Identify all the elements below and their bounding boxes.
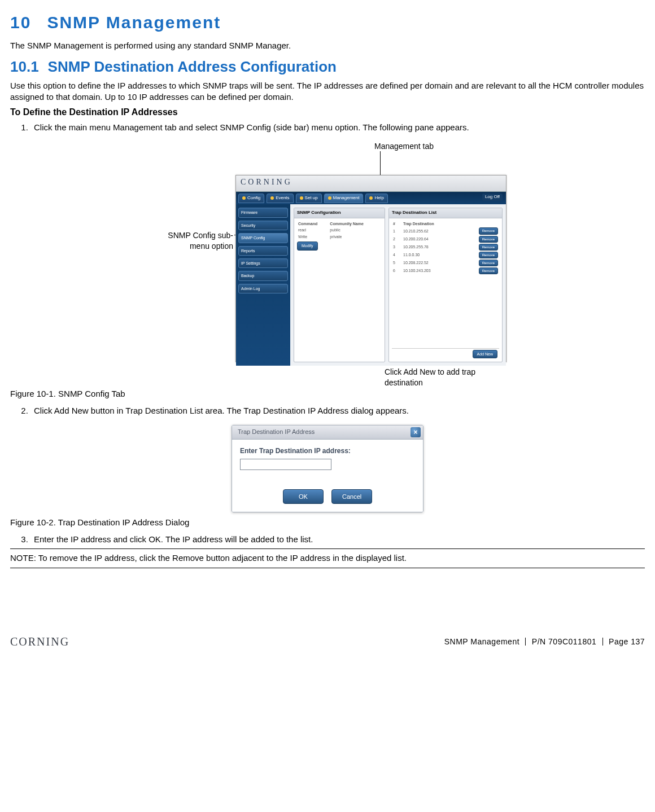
sidebar-item-reports[interactable]: Reports [238, 246, 288, 256]
sidebar-item-snmp-config[interactable]: SNMP Config [238, 233, 288, 243]
tab-help[interactable]: Help [365, 194, 387, 203]
ok-button[interactable]: OK [283, 489, 324, 504]
footer-section: SNMP Management [444, 637, 519, 646]
table-row: 110.210.255.62Remove [392, 227, 499, 235]
cell: 6 [392, 267, 402, 275]
note-text: NOTE: To remove the IP address, click th… [10, 551, 645, 565]
tab-management[interactable]: Management [324, 194, 364, 203]
sidebar-item-ip-settings[interactable]: IP Settings [238, 258, 288, 268]
modify-button[interactable]: Modify [297, 242, 318, 250]
remove-button[interactable]: Remove [479, 267, 498, 274]
callout-text: Click Add New to add trap destination [385, 367, 475, 387]
tab-label: Set up [305, 195, 318, 201]
dialog-label: Enter Trap Destination IP address: [240, 446, 415, 455]
cell: 4 [392, 251, 402, 259]
trap-destination-panel: Trap Destination List #Trap Destination … [388, 208, 503, 362]
figure-1-caption: Figure 10-1. SNMP Config Tab [10, 388, 645, 400]
procedure-title: To Define the Destination IP Addresses [10, 106, 645, 118]
remove-button[interactable]: Remove [479, 236, 498, 243]
tab-icon [300, 196, 303, 200]
sidebar-item-firmware[interactable]: Firmware [238, 208, 288, 217]
add-new-button[interactable]: Add New [473, 350, 497, 358]
tab-bar: Config Events Set up Management Help Log… [236, 192, 506, 204]
table-row: 510.208.222.52Remove [392, 259, 499, 267]
section-heading: 10.1SNMP Destination Address Configurati… [10, 57, 645, 77]
app-window: CORNING Config Events Set up Management … [235, 175, 506, 362]
tab-label: Events [276, 195, 289, 201]
intro-text: The SNMP Management is performed using a… [10, 40, 645, 51]
cell: Write [297, 234, 329, 240]
footer-logo: CORNING [10, 634, 69, 648]
callout-text: SNMP Config sub-menu option [168, 231, 233, 251]
col-num: # [392, 221, 402, 227]
footer-pn: P/N 709C011801 [532, 637, 596, 646]
sidebar-item-admin-log[interactable]: Admin Log [238, 284, 288, 293]
col-dest: Trap Destination [402, 221, 461, 227]
section-number: 10.1 [10, 58, 39, 75]
trap-destination-dialog: Trap Destination IP Address × Enter Trap… [232, 425, 423, 512]
section-title: SNMP Destination Address Configuration [48, 58, 337, 75]
cancel-button[interactable]: Cancel [331, 489, 372, 504]
table-row: 210.200.220.64Remove [392, 235, 499, 243]
callout-snmp-config: SNMP Config sub-menu option [150, 230, 233, 252]
figure-2-caption: Figure 10-2. Trap Destination IP Address… [10, 517, 645, 528]
col-community: Community Name [329, 221, 382, 227]
cell: private [329, 234, 382, 240]
ip-address-input[interactable] [240, 459, 331, 470]
sidebar-item-security[interactable]: Security [238, 221, 288, 230]
logoff-button[interactable]: Log Off [482, 194, 503, 201]
cell: read [297, 227, 329, 233]
tab-icon [242, 196, 246, 200]
divider [10, 548, 645, 549]
table-row: 411.0.0.30Remove [392, 251, 499, 259]
trap-destination-table: #Trap Destination 110.210.255.62Remove 2… [392, 221, 499, 275]
divider [10, 568, 645, 568]
snmp-config-table: CommandCommunity Name readpublic Writepr… [297, 221, 382, 240]
callout-add-new: Click Add New to add trap destination [385, 367, 505, 388]
remove-button[interactable]: Remove [479, 252, 498, 258]
cell: 10.210.255.62 [402, 227, 461, 235]
panel-title: Trap Destination List [389, 208, 502, 218]
close-icon[interactable]: × [411, 427, 421, 437]
cell: public [329, 227, 382, 233]
figure-2: Trap Destination IP Address × Enter Trap… [232, 425, 423, 512]
step-3: Enter the IP address and click OK. The I… [30, 534, 645, 545]
tab-events[interactable]: Events [267, 194, 293, 203]
callout-management-tab: Management tab [374, 141, 434, 152]
cell: 10.200.220.64 [402, 235, 461, 243]
cell: 2 [392, 235, 402, 243]
step-1: Click the main menu Management tab and s… [30, 122, 645, 133]
tab-icon [328, 196, 331, 200]
section-desc: Use this option to define the IP address… [10, 80, 645, 103]
step-2: Click Add New button in Trap Destination… [30, 405, 645, 416]
cell: 10.100.243.203 [402, 267, 461, 275]
footer-page: Page 137 [609, 637, 645, 646]
snmp-configuration-panel: SNMP Configuration CommandCommunity Name… [294, 208, 385, 362]
table-row: readpublic [297, 227, 382, 233]
tab-setup[interactable]: Set up [296, 194, 322, 203]
remove-button[interactable]: Remove [479, 227, 498, 234]
tab-icon [270, 196, 274, 200]
cell: 10.208.222.52 [402, 259, 461, 267]
chapter-title: SNMP Management [47, 13, 221, 32]
callout-text: Management tab [374, 142, 434, 151]
tab-icon [369, 196, 373, 200]
remove-button[interactable]: Remove [479, 260, 498, 266]
cell: 10.205.255.78 [402, 243, 461, 251]
remove-button[interactable]: Remove [479, 244, 498, 251]
app-brand: CORNING [236, 175, 506, 192]
chapter-number: 10 [10, 13, 31, 32]
page-footer: CORNING SNMP Management P/N 709C011801 P… [10, 636, 645, 637]
sidebar: Firmware Security SNMP Config Reports IP… [236, 204, 290, 366]
panel-title: SNMP Configuration [294, 208, 385, 218]
tab-config[interactable]: Config [238, 194, 264, 203]
col-command: Command [297, 221, 329, 227]
cell: 1 [392, 227, 402, 235]
chapter-heading: 10SNMP Management [10, 11, 645, 34]
tab-label: Config [247, 195, 260, 201]
cell: 3 [392, 243, 402, 251]
sidebar-item-backup[interactable]: Backup [238, 271, 288, 280]
tab-label: Management [333, 195, 360, 201]
table-row: 310.205.255.78Remove [392, 243, 499, 251]
dialog-title: Trap Destination IP Address [238, 428, 315, 436]
